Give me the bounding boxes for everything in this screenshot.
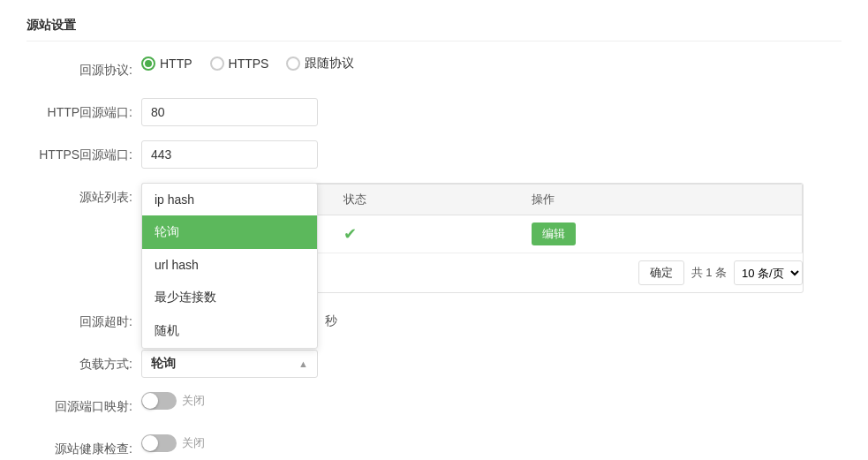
radio-http-circle: [141, 57, 155, 71]
cell-action: 编辑: [521, 215, 802, 253]
protocol-options: HTTP HTTPS 跟随协议: [141, 56, 842, 72]
http-port-label: HTTP回源端口:: [26, 98, 141, 126]
load-balance-content: 轮询 ▲: [141, 350, 842, 378]
dropdown-item-leastconn[interactable]: 最少连接数: [142, 281, 317, 314]
load-balance-value: 轮询: [151, 356, 176, 372]
https-port-label: HTTPS回源端口:: [26, 140, 141, 169]
port-map-label: 回源端口映射:: [26, 392, 141, 420]
radio-follow[interactable]: 跟随协议: [286, 56, 354, 72]
radio-https-circle: [210, 57, 224, 71]
https-port-content: [141, 140, 842, 169]
health-check-label: 源站健康检查:: [26, 434, 141, 460]
port-map-toggle[interactable]: 关闭: [141, 392, 205, 410]
radio-https[interactable]: HTTPS: [210, 57, 269, 71]
source-list-label: 源站列表:: [26, 183, 141, 211]
total-text: 共 1 条: [691, 265, 727, 281]
protocol-row: 回源协议: HTTP HTTPS 跟随协议: [26, 56, 842, 84]
load-balance-row: 负载方式: 轮询 ▲: [26, 350, 842, 378]
status-check-icon: ✔: [343, 225, 357, 243]
radio-follow-circle: [286, 57, 300, 71]
page-size-select[interactable]: 10 条/页 20 条/页 50 条/页: [734, 260, 803, 285]
dropdown-item-random[interactable]: 随机: [142, 314, 317, 348]
col-status: 状态: [333, 185, 521, 215]
port-map-content: 关闭: [141, 392, 842, 410]
health-check-content: 关闭: [141, 434, 842, 452]
radio-http[interactable]: HTTP: [141, 57, 192, 71]
dropdown-item-round[interactable]: 轮询: [142, 215, 317, 249]
port-map-row: 回源端口映射: 关闭: [26, 392, 842, 420]
health-check-row: 源站健康检查: 关闭: [26, 434, 842, 460]
radio-http-label: HTTP: [160, 57, 192, 71]
health-check-toggle[interactable]: 关闭: [141, 434, 205, 452]
dropdown-menu: ip hash 轮询 url hash 最少连接数 随机: [141, 183, 318, 349]
radio-follow-label: 跟随协议: [305, 56, 354, 72]
cell-status: ✔: [333, 215, 521, 253]
load-balance-select[interactable]: 轮询 ▲: [141, 350, 318, 378]
http-port-content: [141, 98, 842, 126]
timeout-label: 回源超时:: [26, 307, 141, 336]
section-title: 源站设置: [26, 18, 842, 41]
port-map-thumb: [142, 393, 158, 409]
http-port-row: HTTP回源端口:: [26, 98, 842, 126]
http-port-input[interactable]: [141, 98, 318, 126]
dropdown-item-iphash[interactable]: ip hash: [142, 184, 317, 215]
timeout-unit: 秒: [325, 313, 337, 329]
source-list-wrapper: 权重 状态 操作 1 ✔ 编辑: [141, 183, 804, 293]
col-action: 操作: [521, 185, 802, 215]
health-check-track[interactable]: [141, 434, 177, 452]
edit-button[interactable]: 编辑: [532, 222, 576, 245]
chevron-up-icon: ▲: [298, 358, 308, 369]
confirm-button[interactable]: 确定: [638, 260, 684, 285]
health-check-toggle-label: 关闭: [182, 435, 205, 451]
port-map-track[interactable]: [141, 392, 177, 410]
health-check-thumb: [142, 435, 158, 451]
radio-https-label: HTTPS: [229, 57, 269, 71]
https-port-row: HTTPS回源端口:: [26, 140, 842, 169]
load-balance-label: 负载方式:: [26, 350, 141, 378]
protocol-label: 回源协议:: [26, 56, 141, 84]
source-list-row: 源站列表: 权重 状态 操作 1: [26, 183, 842, 293]
source-list-content: 权重 状态 操作 1 ✔ 编辑: [141, 183, 842, 293]
dropdown-item-urlhash[interactable]: url hash: [142, 249, 317, 281]
port-map-toggle-label: 关闭: [182, 393, 205, 409]
https-port-input[interactable]: [141, 140, 318, 169]
